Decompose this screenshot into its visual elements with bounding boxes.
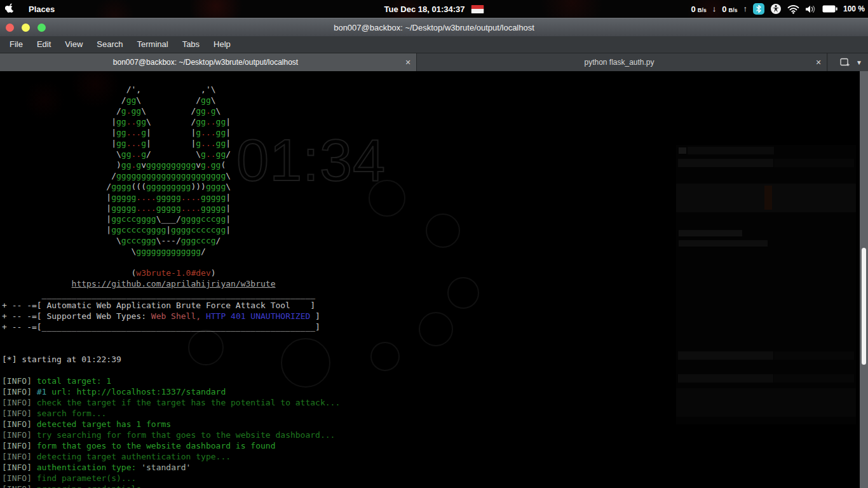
terminal-line: + -- -=[________________________________… [2,322,868,332]
terminal-line: \gg..g/ \g..gg/ [2,149,868,159]
terminal-line: |ggcccccgggg|ggggcccccgg| [2,224,868,235]
terminal-line: /gg\ /gg\ [2,95,868,105]
terminal-line: + -- -=[ Automatic Web Application Brute… [2,300,868,311]
scrollbar-thumb[interactable] [862,248,866,365]
terminal-line [2,73,868,84]
battery-icon[interactable] [822,5,837,13]
terminal-line: |ggcccgggg\___/ggggcccgg| [2,214,868,224]
window-title: bon007@backbox: ~/Desktop/w3brute/output… [0,18,868,37]
tab-list-dropdown-icon[interactable]: ▼ [854,59,864,66]
tab-label: python flask_auth.py [417,58,810,67]
terminal-line: )gg.gvggggggggggvg.gg( [2,159,868,170]
terminal-line [2,343,868,354]
terminal-line: [*] starting at 01:22:39 [2,354,868,365]
menu-item-terminal[interactable]: Terminal [130,36,175,53]
menu-item-tabs[interactable]: Tabs [175,36,207,53]
terminal-line [2,257,868,268]
terminal-line: + -- -=[ Supported Web Types: Web Shell,… [2,311,868,322]
panel-clock[interactable]: Tue Dec 18, 01:34:37 [384,4,465,14]
tab-2[interactable]: python flask_auth.py✕ [417,53,827,71]
terminal-line: [INFO] detecting target authentication t… [2,451,868,462]
bluetooth-icon[interactable] [753,3,764,15]
terminal-line: |gg...g| |g...gg| [2,127,868,138]
menu-item-edit[interactable]: Edit [30,36,58,53]
tab-bar: bon007@backbox: ~/Desktop/w3brute/output… [0,53,868,71]
terminal-line: /gggggggggggggggggggggg\ [2,170,868,181]
terminal-line: (w3brute-1.0#dev) [2,268,868,278]
scrollbar-track[interactable] [860,71,868,488]
tab-close-icon[interactable]: ✕ [400,58,416,67]
places-menu[interactable]: Places [29,4,55,14]
terminal-line: /', ,'\ [2,84,868,95]
terminal-line: [INFO] form that goes to the website das… [2,440,868,451]
terminal-line [2,332,868,343]
network-upload-speed: 0B/s [722,4,737,14]
terminal-line: [INFO] total target: 1 [2,376,868,386]
tab-label: bon007@backbox: ~/Desktop/w3brute/output… [0,58,400,67]
volume-icon[interactable] [805,4,817,14]
terminal-line: |gg..gg\ /gg..gg| [2,116,868,127]
wifi-icon[interactable] [787,4,799,14]
tab-1[interactable]: bon007@backbox: ~/Desktop/w3brute/output… [0,53,417,71]
download-arrow-icon: ↓ [712,0,717,18]
menu-bar: FileEditViewSearchTerminalTabsHelp [0,36,868,53]
terminal-line: |gg...g| |g...gg| [2,138,868,149]
terminal-line: [INFO] try searching for form that goes … [2,430,868,440]
network-download-speed: 0B/s [691,4,706,14]
terminal-output[interactable]: 01:34 /', ,'\ /gg\ /gg\ [0,71,868,488]
tab-controls: ▼ [828,53,868,71]
terminal-line: [INFO] preparing credentials... [2,484,868,488]
accessibility-icon[interactable] [770,3,782,15]
terminal-line: /gggg(((ggggggggg)))gggg\ [2,181,868,192]
menu-item-view[interactable]: View [58,36,90,53]
terminal-line: |ggggg....ggggg....ggggg| [2,203,868,214]
terminal-line: \gcccggg\---/gggcccg/ [2,235,868,246]
terminal-line: https://github.com/aprilahijriyan/w3brut… [2,278,868,289]
terminal-line: |ggggg....ggggg....ggggg| [2,192,868,203]
terminal-line: [INFO] check the target if the target ha… [2,397,868,408]
terminal-line: [INFO] find parameter(s)... [2,473,868,484]
menu-item-search[interactable]: Search [90,36,130,53]
terminal-line [2,365,868,376]
menu-item-help[interactable]: Help [207,36,238,53]
terminal-line: [INFO] detected target has 1 forms [2,419,868,430]
upload-arrow-icon: ↑ [743,0,747,18]
terminal-line: \ggggggggggggg/ [2,246,868,257]
terminal-line: [INFO] #1 url: http://localhost:1337/sta… [2,386,868,397]
apple-menu-icon[interactable] [5,3,15,15]
new-tab-button[interactable] [840,58,850,67]
battery-percentage: 100 % [843,4,865,13]
top-panel: Places Tue Dec 18, 01:34:37 0B/s ↓ 0B/s … [0,0,868,18]
terminal-line: [INFO] authentication type: 'standard' [2,462,868,473]
terminal-line: /g.gg\ /gg.g\ [2,105,868,116]
terminal-line: [INFO] search form... [2,408,868,419]
window-titlebar: bon007@backbox: ~/Desktop/w3brute/output… [0,18,868,36]
tab-close-icon[interactable]: ✕ [810,58,827,67]
menu-item-file[interactable]: File [3,36,30,53]
indonesia-flag-icon [471,5,484,13]
terminal-line: ________________________________________… [2,289,868,300]
